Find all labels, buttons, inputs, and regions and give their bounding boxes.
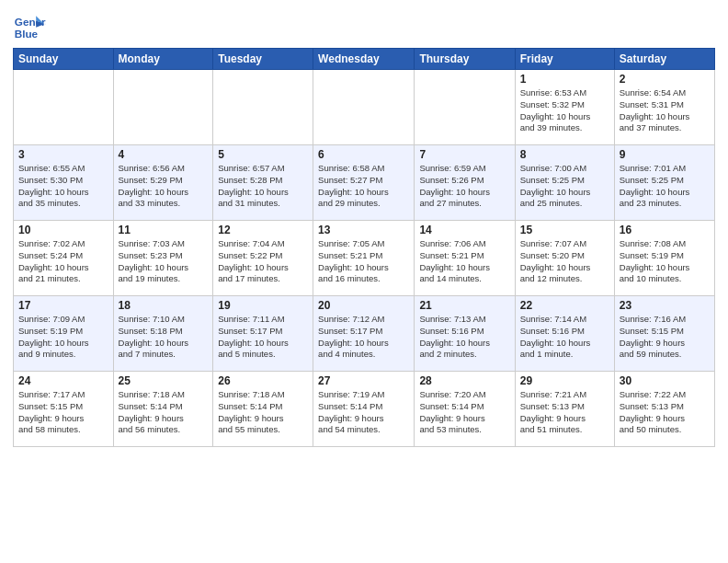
calendar-day-9: 9Sunrise: 7:01 AM Sunset: 5:25 PM Daylig… (614, 145, 714, 221)
day-number: 24 (18, 374, 108, 387)
calendar-empty-cell (113, 70, 213, 145)
day-number: 22 (520, 299, 609, 312)
day-info: Sunrise: 7:05 AM Sunset: 5:21 PM Dayligh… (318, 238, 409, 285)
day-number: 10 (18, 224, 108, 236)
day-info: Sunrise: 7:20 AM Sunset: 5:14 PM Dayligh… (419, 389, 509, 436)
weekday-header-saturday: Saturday (614, 49, 714, 70)
calendar-day-25: 25Sunrise: 7:18 AM Sunset: 5:14 PM Dayli… (113, 372, 213, 447)
calendar-day-6: 6Sunrise: 6:58 AM Sunset: 5:27 PM Daylig… (313, 145, 415, 221)
calendar-week-row: 1Sunrise: 6:53 AM Sunset: 5:32 PM Daylig… (14, 70, 715, 145)
page-header: General Blue (13, 9, 715, 42)
weekday-header-wednesday: Wednesday (313, 49, 415, 70)
calendar-day-5: 5Sunrise: 6:57 AM Sunset: 5:28 PM Daylig… (213, 145, 313, 221)
day-info: Sunrise: 7:18 AM Sunset: 5:14 PM Dayligh… (218, 389, 308, 436)
calendar-day-15: 15Sunrise: 7:07 AM Sunset: 5:20 PM Dayli… (515, 221, 614, 296)
calendar-day-18: 18Sunrise: 7:10 AM Sunset: 5:18 PM Dayli… (113, 296, 213, 372)
day-info: Sunrise: 7:17 AM Sunset: 5:15 PM Dayligh… (18, 389, 108, 436)
calendar-empty-cell (415, 70, 515, 145)
calendar-day-17: 17Sunrise: 7:09 AM Sunset: 5:19 PM Dayli… (14, 296, 114, 372)
day-number: 11 (119, 224, 209, 236)
logo: General Blue (13, 9, 46, 42)
day-info: Sunrise: 7:06 AM Sunset: 5:21 PM Dayligh… (419, 238, 509, 285)
calendar-day-3: 3Sunrise: 6:55 AM Sunset: 5:30 PM Daylig… (14, 145, 114, 221)
day-info: Sunrise: 7:02 AM Sunset: 5:24 PM Dayligh… (18, 238, 108, 285)
day-number: 13 (318, 224, 409, 236)
calendar-week-row: 17Sunrise: 7:09 AM Sunset: 5:19 PM Dayli… (14, 296, 715, 372)
day-number: 15 (520, 224, 609, 236)
day-info: Sunrise: 7:07 AM Sunset: 5:20 PM Dayligh… (520, 238, 609, 285)
logo-icon: General Blue (13, 9, 46, 42)
day-info: Sunrise: 7:03 AM Sunset: 5:23 PM Dayligh… (119, 238, 209, 285)
day-number: 27 (318, 374, 409, 387)
day-info: Sunrise: 7:19 AM Sunset: 5:14 PM Dayligh… (318, 389, 409, 436)
day-number: 5 (218, 148, 308, 161)
weekday-header-friday: Friday (515, 49, 614, 70)
calendar-day-4: 4Sunrise: 6:56 AM Sunset: 5:29 PM Daylig… (113, 145, 213, 221)
weekday-header-thursday: Thursday (415, 49, 515, 70)
day-info: Sunrise: 6:53 AM Sunset: 5:32 PM Dayligh… (520, 87, 609, 134)
calendar-day-12: 12Sunrise: 7:04 AM Sunset: 5:22 PM Dayli… (213, 221, 313, 296)
day-number: 25 (119, 374, 209, 387)
day-info: Sunrise: 6:55 AM Sunset: 5:30 PM Dayligh… (18, 163, 108, 210)
day-number: 28 (419, 374, 509, 387)
weekday-header-sunday: Sunday (14, 49, 114, 70)
calendar-day-11: 11Sunrise: 7:03 AM Sunset: 5:23 PM Dayli… (113, 221, 213, 296)
day-info: Sunrise: 6:59 AM Sunset: 5:26 PM Dayligh… (419, 163, 509, 210)
day-info: Sunrise: 7:10 AM Sunset: 5:18 PM Dayligh… (119, 314, 209, 361)
calendar-empty-cell (213, 70, 313, 145)
day-info: Sunrise: 7:13 AM Sunset: 5:16 PM Dayligh… (419, 314, 509, 361)
calendar-empty-cell (313, 70, 415, 145)
calendar-day-28: 28Sunrise: 7:20 AM Sunset: 5:14 PM Dayli… (415, 372, 515, 447)
day-number: 17 (18, 299, 108, 312)
day-info: Sunrise: 7:12 AM Sunset: 5:17 PM Dayligh… (318, 314, 409, 361)
day-number: 6 (318, 148, 409, 161)
day-number: 16 (620, 224, 710, 236)
calendar-empty-cell (14, 70, 114, 145)
day-number: 8 (520, 148, 609, 161)
day-info: Sunrise: 6:54 AM Sunset: 5:31 PM Dayligh… (620, 87, 710, 134)
day-number: 19 (218, 299, 308, 312)
day-info: Sunrise: 7:04 AM Sunset: 5:22 PM Dayligh… (218, 238, 308, 285)
day-info: Sunrise: 6:58 AM Sunset: 5:27 PM Dayligh… (318, 163, 409, 210)
calendar-day-1: 1Sunrise: 6:53 AM Sunset: 5:32 PM Daylig… (515, 70, 614, 145)
svg-text:Blue: Blue (15, 28, 39, 40)
day-info: Sunrise: 7:22 AM Sunset: 5:13 PM Dayligh… (620, 389, 710, 436)
day-info: Sunrise: 6:56 AM Sunset: 5:29 PM Dayligh… (119, 163, 209, 210)
day-info: Sunrise: 7:16 AM Sunset: 5:15 PM Dayligh… (620, 314, 710, 361)
day-number: 18 (119, 299, 209, 312)
day-info: Sunrise: 7:01 AM Sunset: 5:25 PM Dayligh… (620, 163, 710, 210)
calendar-day-8: 8Sunrise: 7:00 AM Sunset: 5:25 PM Daylig… (515, 145, 614, 221)
day-number: 2 (620, 73, 710, 86)
weekday-header-monday: Monday (113, 49, 213, 70)
day-info: Sunrise: 7:00 AM Sunset: 5:25 PM Dayligh… (520, 163, 609, 210)
calendar-week-row: 10Sunrise: 7:02 AM Sunset: 5:24 PM Dayli… (14, 221, 715, 296)
weekday-header-tuesday: Tuesday (213, 49, 313, 70)
calendar-week-row: 3Sunrise: 6:55 AM Sunset: 5:30 PM Daylig… (14, 145, 715, 221)
calendar-day-2: 2Sunrise: 6:54 AM Sunset: 5:31 PM Daylig… (614, 70, 714, 145)
day-number: 29 (520, 374, 609, 387)
day-number: 4 (119, 148, 209, 161)
calendar-day-10: 10Sunrise: 7:02 AM Sunset: 5:24 PM Dayli… (14, 221, 114, 296)
day-info: Sunrise: 6:57 AM Sunset: 5:28 PM Dayligh… (218, 163, 308, 210)
day-info: Sunrise: 7:09 AM Sunset: 5:19 PM Dayligh… (18, 314, 108, 361)
calendar-day-7: 7Sunrise: 6:59 AM Sunset: 5:26 PM Daylig… (415, 145, 515, 221)
calendar-table: SundayMondayTuesdayWednesdayThursdayFrid… (13, 48, 715, 447)
day-number: 20 (318, 299, 409, 312)
day-info: Sunrise: 7:14 AM Sunset: 5:16 PM Dayligh… (520, 314, 609, 361)
day-number: 9 (620, 148, 710, 161)
day-number: 14 (419, 224, 509, 236)
day-number: 3 (18, 148, 108, 161)
calendar-day-29: 29Sunrise: 7:21 AM Sunset: 5:13 PM Dayli… (515, 372, 614, 447)
weekday-header-row: SundayMondayTuesdayWednesdayThursdayFrid… (14, 49, 715, 70)
calendar-day-23: 23Sunrise: 7:16 AM Sunset: 5:15 PM Dayli… (614, 296, 714, 372)
calendar-day-26: 26Sunrise: 7:18 AM Sunset: 5:14 PM Dayli… (213, 372, 313, 447)
day-info: Sunrise: 7:08 AM Sunset: 5:19 PM Dayligh… (620, 238, 710, 285)
day-info: Sunrise: 7:11 AM Sunset: 5:17 PM Dayligh… (218, 314, 308, 361)
day-info: Sunrise: 7:18 AM Sunset: 5:14 PM Dayligh… (119, 389, 209, 436)
calendar-day-22: 22Sunrise: 7:14 AM Sunset: 5:16 PM Dayli… (515, 296, 614, 372)
calendar-day-24: 24Sunrise: 7:17 AM Sunset: 5:15 PM Dayli… (14, 372, 114, 447)
day-number: 12 (218, 224, 308, 236)
day-number: 23 (620, 299, 710, 312)
calendar-day-20: 20Sunrise: 7:12 AM Sunset: 5:17 PM Dayli… (313, 296, 415, 372)
calendar-day-30: 30Sunrise: 7:22 AM Sunset: 5:13 PM Dayli… (614, 372, 714, 447)
